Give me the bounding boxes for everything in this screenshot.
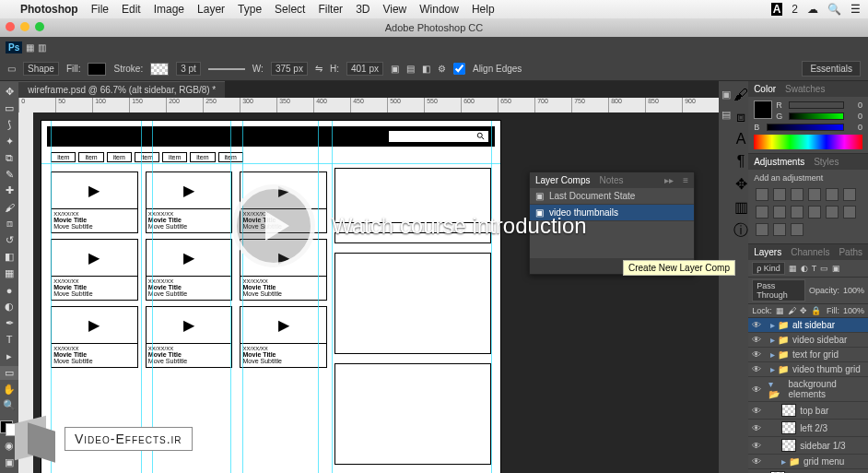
path-arrange-icon[interactable]: ◧	[422, 64, 430, 74]
video-thumb[interactable]: ▶XX/XX/XXMovie TitleMove Subtitle	[240, 239, 327, 301]
brush-tool[interactable]: 🖌	[0, 200, 18, 214]
crop-tool[interactable]: ⧉	[0, 151, 18, 165]
layer-filter-kind[interactable]: ρ Kind	[752, 262, 785, 275]
menu-select[interactable]: Select	[275, 3, 305, 16]
layer-row[interactable]: 👁left 2/3	[748, 420, 868, 437]
adobe-logo-icon[interactable]: A	[771, 3, 783, 16]
layer-row[interactable]: 👁▸ 📁video thumb grid	[748, 362, 868, 377]
tab-channels[interactable]: Channels	[791, 247, 829, 257]
tab-adjustments[interactable]: Adjustments	[754, 157, 804, 167]
wf-tab[interactable]: item	[78, 152, 103, 162]
adj-poster-icon[interactable]	[843, 206, 856, 219]
adj-exposure-icon[interactable]	[808, 188, 821, 201]
zoom-tool[interactable]: 🔍	[0, 399, 18, 413]
visibility-icon[interactable]: 👁	[752, 441, 763, 451]
wand-tool[interactable]: ✦	[0, 135, 18, 148]
menu-file[interactable]: File	[91, 3, 109, 16]
adj-photofilter-icon[interactable]	[773, 206, 786, 219]
pen-tool[interactable]: ✒	[0, 316, 18, 330]
mbridge-icon[interactable]: ▥	[38, 42, 46, 53]
video-thumb[interactable]: ▶XX/XX/XXMovie TitleMove Subtitle	[146, 239, 233, 301]
video-thumb[interactable]: ▶XX/XX/XXMovie TitleMove Subtitle	[51, 171, 138, 233]
filter-shape-icon[interactable]: ▭	[820, 264, 828, 273]
lasso-tool[interactable]: ⟆	[0, 118, 18, 132]
menu-window[interactable]: Window	[419, 3, 459, 16]
tool-preset-icon[interactable]: ▭	[7, 64, 16, 74]
adj-selcolor-icon[interactable]	[791, 223, 803, 236]
gear-icon[interactable]: ⚙	[438, 64, 446, 74]
filter-pixel-icon[interactable]: ▦	[789, 264, 797, 273]
wf-tab[interactable]: item	[135, 152, 159, 162]
video-thumb[interactable]: ▶XX/XX/XXMovie TitleMove Subtitle	[51, 239, 138, 301]
fill-value[interactable]: 100%	[843, 306, 864, 315]
close-icon[interactable]	[6, 22, 15, 31]
lock-trans-icon[interactable]: ▦	[776, 306, 784, 315]
minimize-icon[interactable]	[20, 22, 29, 31]
width-field[interactable]: 375 px	[271, 62, 308, 76]
search-input[interactable]	[388, 130, 489, 143]
adj-levels-icon[interactable]	[773, 188, 786, 201]
blend-mode-select[interactable]: Pass Through	[752, 279, 805, 302]
visibility-icon[interactable]: 👁	[752, 320, 763, 330]
visibility-icon[interactable]: 👁	[752, 456, 763, 467]
ps-logo-icon[interactable]: Ps	[6, 41, 22, 53]
ruler-horizontal[interactable]: 0501001502002503003504004505005506006507…	[18, 98, 719, 112]
adj-bw-icon[interactable]	[756, 206, 768, 219]
adj-chmixer-icon[interactable]	[791, 206, 803, 219]
panel-menu-icon[interactable]: ≡	[683, 175, 688, 185]
r-value[interactable]: 0	[848, 101, 862, 110]
heal-tool[interactable]: ✚	[0, 184, 18, 198]
b-slider[interactable]	[767, 124, 844, 131]
menu-view[interactable]: View	[382, 3, 406, 16]
tool-preset-select[interactable]: Shape	[23, 62, 59, 76]
menu-type[interactable]: Type	[238, 3, 262, 16]
path-align-icon[interactable]: ▤	[406, 64, 415, 74]
menu-icon[interactable]: ☰	[850, 3, 861, 16]
document-tab[interactable]: wireframe.psd @ 66.7% (alt sidebar, RGB/…	[18, 81, 225, 98]
menu-edit[interactable]: Edit	[122, 3, 141, 16]
filter-type-icon[interactable]: T	[812, 264, 817, 273]
hand-tool[interactable]: ✋	[0, 383, 18, 396]
filter-smart-icon[interactable]: ▣	[832, 264, 840, 273]
zoom-icon[interactable]	[35, 22, 44, 31]
adj-brightness-icon[interactable]	[756, 188, 768, 201]
cloud-sync-icon[interactable]: ☁	[807, 3, 818, 16]
tab-layers[interactable]: Layers	[754, 247, 781, 257]
video-thumb[interactable]: ▶XX/XX/XXMovie TitleMove Subtitle	[146, 171, 233, 233]
tab-color[interactable]: Color	[754, 84, 776, 94]
link-icon[interactable]: ⇋	[315, 64, 323, 74]
lock-pixel-icon[interactable]: 🖌	[788, 306, 796, 315]
video-thumb[interactable]: ▶XX/XX/XXMovie TitleMove Subtitle	[240, 171, 327, 233]
clone-source-icon[interactable]: ⧈	[736, 109, 745, 125]
adj-invert-icon[interactable]	[826, 206, 839, 219]
tab-paths[interactable]: Paths	[839, 247, 862, 257]
menu-filter[interactable]: Filter	[318, 3, 343, 16]
path-select-tool[interactable]: ▸	[0, 349, 18, 363]
layer-comp-row[interactable]: ▣ Last Document State	[530, 188, 694, 205]
visibility-icon[interactable]: 👁	[752, 364, 763, 374]
r-slider[interactable]	[789, 101, 844, 109]
marquee-tool[interactable]: ▭	[0, 101, 18, 115]
stamp-tool[interactable]: ⧈	[0, 217, 18, 231]
wf-tab[interactable]: item	[107, 152, 132, 162]
tab-swatches[interactable]: Swatches	[785, 84, 825, 94]
layer-row[interactable]: 👁▸ 📁text for grid	[748, 348, 868, 362]
search-icon[interactable]: 🔍	[827, 3, 841, 16]
lock-pos-icon[interactable]: ✥	[800, 306, 807, 315]
type-tool[interactable]: T	[0, 333, 18, 347]
visibility-icon[interactable]: 👁	[752, 384, 761, 395]
para-icon[interactable]: ¶	[737, 153, 745, 170]
stroke-style-select[interactable]	[208, 68, 245, 70]
layer-row[interactable]: 👁▾ 📂background elements	[748, 377, 868, 402]
history-brush-tool[interactable]: ↺	[0, 233, 18, 247]
layer-row[interactable]: 👁Background🔒	[748, 469, 868, 473]
g-value[interactable]: 0	[848, 112, 862, 121]
move-tool[interactable]: ✥	[0, 85, 18, 99]
tab-styles[interactable]: Styles	[814, 157, 839, 167]
menu-help[interactable]: Help	[472, 3, 495, 16]
wf-tab[interactable]: item	[162, 152, 187, 162]
actions-icon[interactable]: ▤	[719, 107, 733, 122]
stroke-swatch[interactable]	[150, 63, 169, 76]
notification-count[interactable]: 2	[792, 3, 798, 16]
lock-all-icon[interactable]: 🔒	[811, 306, 821, 315]
